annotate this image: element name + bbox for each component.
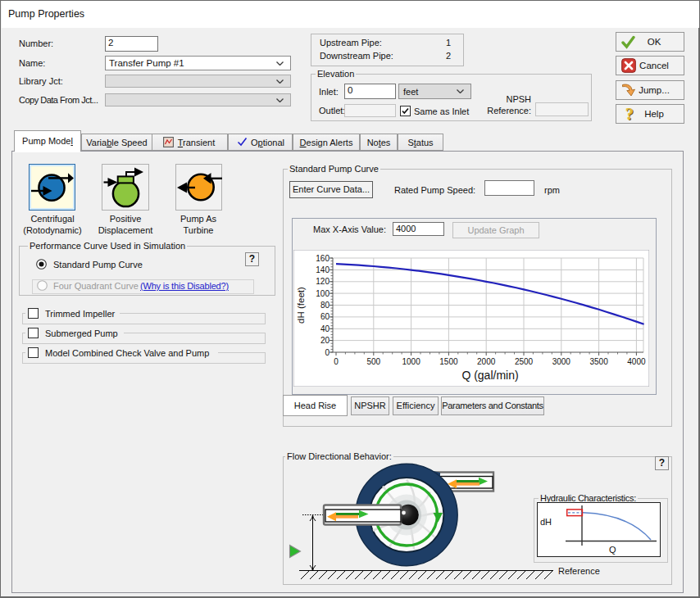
svg-text:1500: 1500 <box>439 357 458 366</box>
svg-text:2500: 2500 <box>515 357 534 366</box>
svg-text:3000: 3000 <box>552 357 571 366</box>
svg-text:80: 80 <box>320 301 330 310</box>
svg-text:0: 0 <box>325 348 330 357</box>
svg-text:Q: Q <box>609 545 616 555</box>
svg-text:120: 120 <box>316 277 330 286</box>
svg-text:60: 60 <box>320 312 330 321</box>
svg-text:4000: 4000 <box>627 357 646 366</box>
svg-text:160: 160 <box>316 254 330 263</box>
svg-text:3500: 3500 <box>589 357 608 366</box>
svg-text:20: 20 <box>320 336 330 345</box>
svg-text:0: 0 <box>334 357 339 366</box>
svg-text:Q (gal/min): Q (gal/min) <box>461 369 518 382</box>
svg-text:Reference: Reference <box>558 566 600 576</box>
svg-text:140: 140 <box>316 265 330 274</box>
svg-text:dH: dH <box>540 517 552 527</box>
svg-text:1000: 1000 <box>402 357 420 366</box>
svg-text:2000: 2000 <box>477 357 496 366</box>
svg-text:40: 40 <box>320 324 330 333</box>
svg-text:dH (feet): dH (feet) <box>296 287 306 324</box>
svg-text:500: 500 <box>366 357 380 366</box>
svg-text:100: 100 <box>316 289 330 298</box>
